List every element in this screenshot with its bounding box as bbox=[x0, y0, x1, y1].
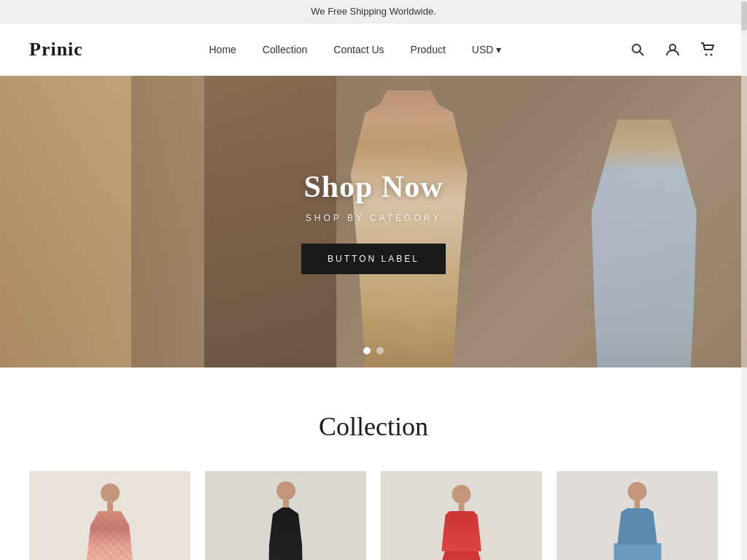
currency-value: USD bbox=[472, 44, 494, 55]
hero-cta-button[interactable]: BUTTON LABEL bbox=[301, 244, 446, 274]
product-card[interactable] bbox=[381, 471, 542, 560]
product-card[interactable] bbox=[29, 471, 190, 560]
cart-button[interactable] bbox=[697, 39, 718, 60]
nav: Home Collection Contact Us Product USD ▾ bbox=[209, 44, 501, 55]
svg-line-1 bbox=[640, 52, 643, 55]
product-image bbox=[205, 471, 366, 560]
hero-banner: Shop Now SHOP BY CATEGORY BUTTON LABEL bbox=[0, 76, 747, 368]
hero-content: Shop Now SHOP BY CATEGORY BUTTON LABEL bbox=[301, 169, 446, 274]
announcement-text: We Free Shipping Worldwide. bbox=[311, 6, 436, 17]
product-image bbox=[29, 471, 190, 560]
nav-item-home[interactable]: Home bbox=[209, 44, 236, 55]
collection-title: Collection bbox=[29, 411, 718, 442]
account-icon bbox=[665, 42, 680, 57]
cart-icon bbox=[700, 42, 715, 57]
currency-arrow: ▾ bbox=[496, 44, 501, 55]
carousel-dot-1[interactable] bbox=[363, 347, 371, 354]
svg-point-0 bbox=[632, 44, 640, 52]
carousel-dot-2[interactable] bbox=[376, 347, 384, 354]
carousel-dots bbox=[363, 347, 384, 354]
account-button[interactable] bbox=[662, 39, 683, 60]
scrollbar-thumb[interactable] bbox=[741, 1, 747, 31]
hero-subtitle: SHOP BY CATEGORY bbox=[301, 213, 446, 223]
nav-item-collection[interactable]: Collection bbox=[263, 44, 307, 55]
search-icon bbox=[630, 42, 645, 57]
product-grid bbox=[29, 471, 718, 560]
hero-title: Shop Now bbox=[301, 169, 446, 204]
logo[interactable]: Prinic bbox=[29, 39, 83, 61]
svg-point-2 bbox=[670, 44, 676, 50]
nav-item-contact-us[interactable]: Contact Us bbox=[333, 44, 384, 55]
product-image bbox=[381, 471, 542, 560]
nav-item-product[interactable]: Product bbox=[411, 44, 446, 55]
header-icons bbox=[627, 39, 718, 60]
collection-section: Collection bbox=[0, 368, 747, 560]
product-image bbox=[557, 471, 718, 560]
product-card[interactable] bbox=[205, 471, 366, 560]
announcement-bar: We Free Shipping Worldwide. bbox=[0, 0, 747, 23]
header: Prinic Home Collection Contact Us Produc… bbox=[0, 23, 747, 76]
svg-point-4 bbox=[711, 53, 713, 55]
search-button[interactable] bbox=[627, 39, 648, 60]
product-card[interactable] bbox=[557, 471, 718, 560]
svg-point-3 bbox=[705, 53, 708, 55]
currency-selector[interactable]: USD ▾ bbox=[472, 44, 502, 55]
